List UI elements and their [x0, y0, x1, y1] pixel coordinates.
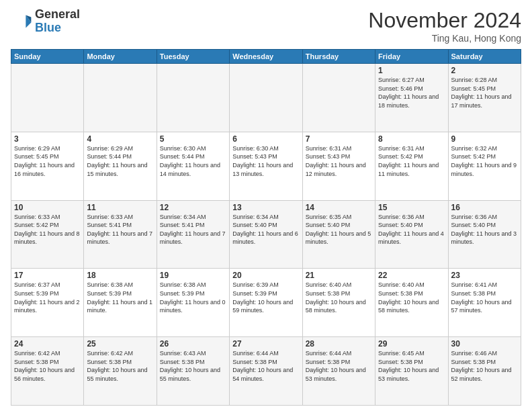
day-info: Sunrise: 6:46 AM Sunset: 5:38 PM Dayligh… — [451, 349, 518, 383]
day-number: 17 — [14, 271, 81, 280]
day-number: 10 — [14, 203, 81, 212]
day-number: 12 — [160, 203, 226, 212]
day-number: 27 — [232, 339, 299, 349]
day-number: 15 — [378, 203, 445, 212]
day-number: 30 — [451, 339, 518, 349]
day-info: Sunrise: 6:29 AM Sunset: 5:45 PM Dayligh… — [14, 144, 81, 178]
calendar-cell — [11, 64, 84, 132]
day-info: Sunrise: 6:40 AM Sunset: 5:38 PM Dayligh… — [306, 281, 372, 314]
day-number: 9 — [451, 134, 518, 144]
month-title: November 2024 — [368, 8, 521, 33]
day-info: Sunrise: 6:34 AM Sunset: 5:41 PM Dayligh… — [160, 213, 226, 246]
calendar-cell: 2Sunrise: 6:28 AM Sunset: 5:45 PM Daylig… — [448, 64, 521, 132]
calendar-cell — [157, 64, 229, 132]
day-info: Sunrise: 6:33 AM Sunset: 5:41 PM Dayligh… — [87, 213, 153, 246]
calendar-cell: 3Sunrise: 6:29 AM Sunset: 5:45 PM Daylig… — [11, 132, 84, 200]
day-info: Sunrise: 6:31 AM Sunset: 5:43 PM Dayligh… — [306, 144, 372, 178]
day-number: 5 — [160, 134, 226, 144]
week-row-0: 1Sunrise: 6:27 AM Sunset: 5:46 PM Daylig… — [11, 64, 521, 132]
week-row-1: 3Sunrise: 6:29 AM Sunset: 5:45 PM Daylig… — [11, 132, 521, 200]
calendar-cell: 22Sunrise: 6:40 AM Sunset: 5:38 PM Dayli… — [375, 269, 448, 337]
calendar-cell: 4Sunrise: 6:29 AM Sunset: 5:44 PM Daylig… — [84, 132, 157, 200]
calendar-cell: 10Sunrise: 6:33 AM Sunset: 5:42 PM Dayli… — [11, 200, 84, 269]
day-info: Sunrise: 6:30 AM Sunset: 5:43 PM Dayligh… — [232, 144, 299, 178]
col-sunday: Sunday — [11, 50, 84, 64]
calendar-cell: 7Sunrise: 6:31 AM Sunset: 5:43 PM Daylig… — [302, 132, 375, 200]
calendar-cell: 9Sunrise: 6:32 AM Sunset: 5:42 PM Daylig… — [448, 132, 521, 200]
day-number: 8 — [378, 134, 445, 144]
day-number: 14 — [306, 203, 372, 212]
calendar-cell: 25Sunrise: 6:42 AM Sunset: 5:38 PM Dayli… — [84, 337, 157, 406]
day-info: Sunrise: 6:40 AM Sunset: 5:38 PM Dayligh… — [378, 281, 445, 314]
day-info: Sunrise: 6:39 AM Sunset: 5:39 PM Dayligh… — [232, 281, 299, 314]
day-info: Sunrise: 6:35 AM Sunset: 5:40 PM Dayligh… — [306, 213, 372, 246]
calendar-cell: 24Sunrise: 6:42 AM Sunset: 5:38 PM Dayli… — [11, 337, 84, 406]
day-number: 28 — [306, 339, 372, 349]
day-info: Sunrise: 6:38 AM Sunset: 5:39 PM Dayligh… — [87, 281, 153, 314]
calendar-cell: 8Sunrise: 6:31 AM Sunset: 5:42 PM Daylig… — [375, 132, 448, 200]
logo-text: General Blue — [35, 8, 80, 35]
day-info: Sunrise: 6:38 AM Sunset: 5:39 PM Dayligh… — [160, 281, 226, 314]
calendar-cell: 26Sunrise: 6:43 AM Sunset: 5:38 PM Dayli… — [157, 337, 229, 406]
week-row-4: 24Sunrise: 6:42 AM Sunset: 5:38 PM Dayli… — [11, 337, 521, 406]
day-info: Sunrise: 6:42 AM Sunset: 5:38 PM Dayligh… — [14, 349, 81, 383]
calendar-cell: 29Sunrise: 6:45 AM Sunset: 5:38 PM Dayli… — [375, 337, 448, 406]
day-number: 18 — [87, 271, 153, 280]
day-info: Sunrise: 6:45 AM Sunset: 5:38 PM Dayligh… — [378, 349, 445, 383]
day-number: 23 — [451, 271, 518, 280]
day-number: 3 — [14, 134, 81, 144]
calendar-table: Sunday Monday Tuesday Wednesday Thursday… — [11, 49, 521, 406]
day-number: 6 — [232, 134, 299, 144]
day-info: Sunrise: 6:44 AM Sunset: 5:38 PM Dayligh… — [232, 349, 299, 383]
calendar-cell: 12Sunrise: 6:34 AM Sunset: 5:41 PM Dayli… — [157, 200, 229, 269]
day-info: Sunrise: 6:28 AM Sunset: 5:45 PM Dayligh… — [451, 76, 518, 109]
calendar-cell — [84, 64, 157, 132]
col-friday: Friday — [375, 50, 448, 64]
day-number: 19 — [160, 271, 226, 280]
day-number: 1 — [378, 66, 445, 75]
calendar-cell: 13Sunrise: 6:34 AM Sunset: 5:40 PM Dayli… — [230, 200, 302, 269]
logo-general: General — [35, 8, 80, 21]
calendar-cell: 15Sunrise: 6:36 AM Sunset: 5:40 PM Dayli… — [375, 200, 448, 269]
week-row-2: 10Sunrise: 6:33 AM Sunset: 5:42 PM Dayli… — [11, 200, 521, 269]
day-number: 16 — [451, 203, 518, 212]
calendar-cell: 16Sunrise: 6:36 AM Sunset: 5:40 PM Dayli… — [448, 200, 521, 269]
location: Ting Kau, Hong Kong — [368, 33, 521, 44]
header-row: Sunday Monday Tuesday Wednesday Thursday… — [11, 50, 521, 64]
day-info: Sunrise: 6:43 AM Sunset: 5:38 PM Dayligh… — [160, 349, 226, 383]
calendar-cell: 1Sunrise: 6:27 AM Sunset: 5:46 PM Daylig… — [375, 64, 448, 132]
day-info: Sunrise: 6:37 AM Sunset: 5:39 PM Dayligh… — [14, 281, 81, 314]
col-monday: Monday — [84, 50, 157, 64]
day-number: 11 — [87, 203, 153, 212]
logo-blue: Blue — [35, 21, 80, 35]
day-info: Sunrise: 6:32 AM Sunset: 5:42 PM Dayligh… — [451, 144, 518, 178]
calendar-body: 1Sunrise: 6:27 AM Sunset: 5:46 PM Daylig… — [11, 64, 521, 406]
col-thursday: Thursday — [302, 50, 375, 64]
calendar-cell: 19Sunrise: 6:38 AM Sunset: 5:39 PM Dayli… — [157, 269, 229, 337]
page: General Blue November 2024 Ting Kau, Hon… — [0, 0, 532, 411]
day-info: Sunrise: 6:36 AM Sunset: 5:40 PM Dayligh… — [451, 213, 518, 246]
day-info: Sunrise: 6:34 AM Sunset: 5:40 PM Dayligh… — [232, 213, 299, 246]
day-info: Sunrise: 6:27 AM Sunset: 5:46 PM Dayligh… — [378, 76, 445, 109]
day-info: Sunrise: 6:31 AM Sunset: 5:42 PM Dayligh… — [378, 144, 445, 178]
logo: General Blue — [11, 8, 80, 35]
col-tuesday: Tuesday — [157, 50, 229, 64]
day-number: 25 — [87, 339, 153, 349]
logo-icon — [11, 11, 32, 32]
calendar-cell: 27Sunrise: 6:44 AM Sunset: 5:38 PM Dayli… — [230, 337, 302, 406]
calendar-cell: 18Sunrise: 6:38 AM Sunset: 5:39 PM Dayli… — [84, 269, 157, 337]
calendar-cell: 14Sunrise: 6:35 AM Sunset: 5:40 PM Dayli… — [302, 200, 375, 269]
calendar-cell: 20Sunrise: 6:39 AM Sunset: 5:39 PM Dayli… — [230, 269, 302, 337]
col-saturday: Saturday — [448, 50, 521, 64]
day-info: Sunrise: 6:30 AM Sunset: 5:44 PM Dayligh… — [160, 144, 226, 178]
calendar-cell — [230, 64, 302, 132]
calendar-cell: 28Sunrise: 6:44 AM Sunset: 5:38 PM Dayli… — [302, 337, 375, 406]
calendar-cell: 11Sunrise: 6:33 AM Sunset: 5:41 PM Dayli… — [84, 200, 157, 269]
day-number: 20 — [232, 271, 299, 280]
day-number: 2 — [451, 66, 518, 75]
header: General Blue November 2024 Ting Kau, Hon… — [11, 8, 521, 44]
day-number: 21 — [306, 271, 372, 280]
day-info: Sunrise: 6:42 AM Sunset: 5:38 PM Dayligh… — [87, 349, 153, 383]
day-info: Sunrise: 6:44 AM Sunset: 5:38 PM Dayligh… — [306, 349, 372, 383]
col-wednesday: Wednesday — [230, 50, 302, 64]
